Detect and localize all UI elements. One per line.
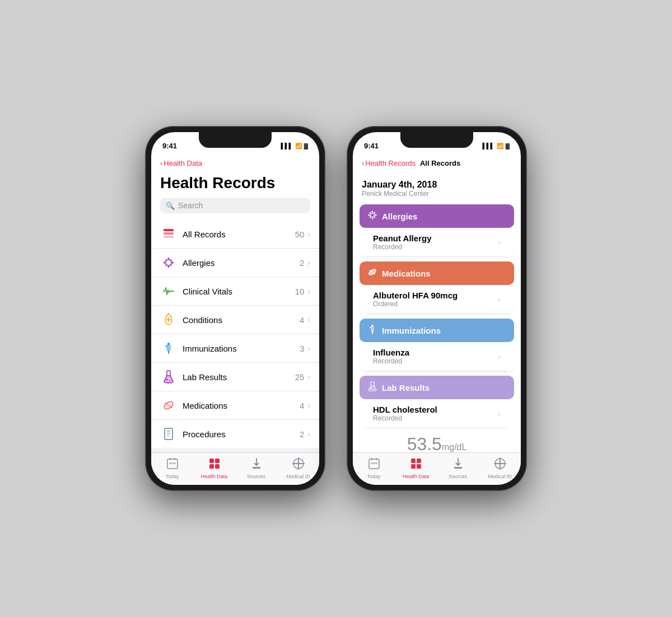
sources-label: Sources [247,474,265,479]
right-phone: 9:41 ▌▌▌ 📶 ▓ ‹ Health Records All Record… [347,127,526,490]
clinical-vitals-icon [160,283,177,300]
right-today-icon [368,457,380,473]
medications-icon [160,397,177,414]
hdl-status: Recorded [373,414,498,422]
right-tab-today[interactable]: Today [353,453,395,480]
all-records-icon [160,226,177,242]
medications-chevron: › [307,401,310,410]
right-battery-icon: ▓ [506,143,510,149]
lab-results-label: Lab Results [183,372,295,382]
chevron-left-icon: ‹ [160,159,162,167]
svg-point-56 [370,388,371,389]
right-health-data-label: Health Data [403,474,430,479]
medications-records: Albuterol HFA 90mcg Ordered › [360,285,514,314]
allergies-records: Peanut Allergy Recorded › [360,228,514,257]
conditions-count: 4 [300,315,304,325]
right-sources-label: Sources [449,474,467,479]
svg-rect-52 [371,326,374,330]
lab-value-number: 53.5mg/dL [368,434,505,452]
medical-id-icon [292,457,305,473]
clinical-vitals-count: 10 [295,287,305,296]
procedures-count: 2 [300,429,304,439]
back-label: Health Data [164,159,202,167]
right-tab-health-data[interactable]: Health Data [395,453,437,480]
search-icon: 🔍 [166,202,175,210]
allergies-chevron: › [307,258,310,267]
tab-health-data[interactable]: Health Data [193,453,235,480]
albuterol-chevron: › [498,295,501,304]
lab-results-icon [160,368,177,385]
peanut-allergy-info: Peanut Allergy Recorded [373,233,498,251]
tab-sources[interactable]: Sources [235,453,277,480]
allergies-label: Allergies [183,258,300,268]
svg-point-20 [169,380,170,381]
medical-id-label: Medical ID [286,474,310,479]
health-data-icon [208,457,221,473]
right-medical-id-label: Medical ID [488,474,512,479]
list-item-clinical-vitals[interactable]: Clinical Vitals 10 › [151,277,319,306]
right-medical-id-icon [494,457,506,473]
svg-point-40 [372,211,374,213]
albuterol-status: Ordered [373,300,498,308]
right-tab-medical-id[interactable]: Medical ID [479,453,521,480]
peanut-allergy-status: Recorded [373,243,498,251]
left-screen: ‹ Health Data Health Records 🔍 Search [151,157,319,485]
list-items-container: All Records 50 › [151,220,319,448]
svg-rect-1 [164,232,174,235]
right-back-button[interactable]: ‹ Health Records [362,159,416,167]
right-wifi-icon: 📶 [497,143,503,149]
svg-rect-33 [174,462,176,464]
svg-rect-66 [411,464,416,469]
back-button[interactable]: ‹ Health Data [160,159,202,167]
albuterol-name: Albuterol HFA 90mcg [373,291,498,300]
all-records-chevron: › [307,230,310,239]
right-back-label: Health Records [365,159,416,167]
list-item-procedures[interactable]: Procedures 2 › [151,420,319,448]
peanut-allergy-name: Peanut Allergy [373,233,498,243]
immunizations-band: Immunizations [360,319,514,342]
medications-band: Medications [360,261,514,285]
left-phone: 9:41 ▌▌▌ 📶 ▓ ‹ Health Data Health Record… [146,127,325,490]
list-item-conditions[interactable]: Conditions 4 › [151,306,319,334]
influenza-name: Influenza [373,348,498,357]
svg-point-8 [165,259,167,261]
tab-medical-id[interactable]: Medical ID [277,453,319,480]
status-time: 9:41 [162,142,177,150]
lab-results-band-label: Lab Results [382,383,430,392]
svg-point-4 [167,258,170,260]
right-status-time: 9:41 [364,142,379,150]
peanut-allergy-item[interactable]: Peanut Allergy Recorded › [366,228,507,257]
svg-rect-31 [169,462,171,464]
svg-point-41 [372,218,374,219]
svg-point-47 [374,217,375,218]
hdl-info: HDL cholesterol Recorded [373,405,498,422]
hdl-item[interactable]: HDL cholesterol Recorded › [366,399,507,428]
influenza-item[interactable]: Influenza Recorded › [366,342,507,371]
svg-point-44 [370,212,371,213]
list-item-allergies[interactable]: Allergies 2 › [151,249,319,277]
notch [199,132,272,148]
albuterol-item[interactable]: Albuterol HFA 90mcg Ordered › [366,285,507,314]
svg-rect-0 [164,229,174,231]
right-signal-icon: ▌▌▌ [482,143,494,149]
lab-results-band-icon [367,381,377,394]
search-placeholder: Search [178,201,203,210]
lab-results-chevron: › [307,372,310,381]
list-item-medications[interactable]: Medications 4 › [151,391,319,420]
list-item-all-records[interactable]: All Records 50 › [151,220,319,249]
list-item-immunizations[interactable]: Immunizations 3 › [151,334,319,363]
medications-count: 4 [300,401,304,410]
right-nav-title: All Records [420,159,460,167]
svg-point-42 [368,214,370,216]
albuterol-info: Albuterol HFA 90mcg Ordered [373,291,498,308]
list-item-lab-results[interactable]: Lab Results 25 › [151,363,319,391]
right-status-icons: ▌▌▌ 📶 ▓ [482,143,510,149]
immunizations-band-label: Immunizations [382,326,441,335]
right-tab-sources[interactable]: Sources [437,453,479,480]
medications-band-icon [367,267,377,279]
tab-today[interactable]: Today [151,453,193,480]
today-icon [166,457,179,473]
conditions-icon [160,311,177,328]
svg-rect-36 [209,464,214,469]
search-bar[interactable]: 🔍 Search [160,198,310,213]
